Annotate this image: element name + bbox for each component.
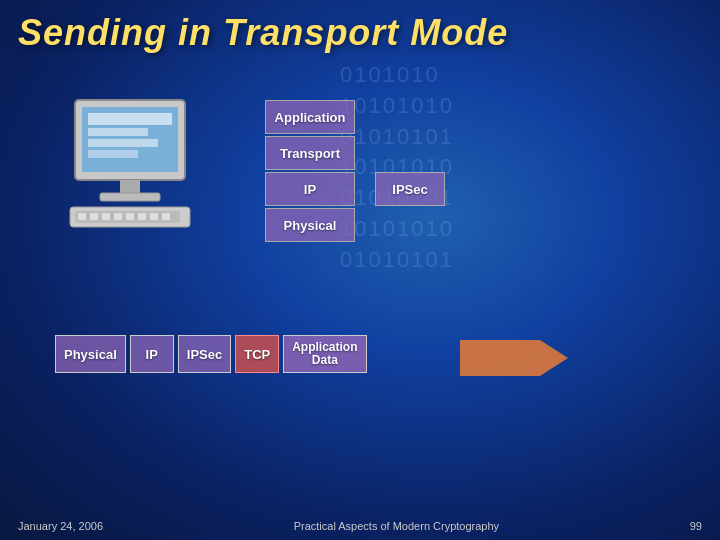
footer-page: 99 — [690, 520, 702, 532]
stack-transport: Transport — [265, 136, 355, 170]
svg-rect-13 — [114, 213, 122, 220]
footer: January 24, 2006 Practical Aspects of Mo… — [18, 520, 702, 532]
svg-rect-4 — [88, 139, 158, 147]
packet-row: Physical IP IPSec TCP Application Data — [55, 335, 367, 373]
packet-physical: Physical — [55, 335, 126, 373]
packet-ipsec: IPSec — [178, 335, 231, 373]
stack-ip: IP — [265, 172, 355, 206]
computer-icon — [60, 95, 215, 235]
svg-rect-2 — [88, 113, 172, 125]
svg-rect-12 — [102, 213, 110, 220]
svg-rect-3 — [88, 128, 148, 136]
svg-rect-10 — [78, 213, 86, 220]
svg-rect-11 — [90, 213, 98, 220]
stack-physical: Physical — [265, 208, 355, 242]
stack-application: Application — [265, 100, 355, 134]
main-content: Sending in Transport Mode — [0, 0, 720, 540]
computer-illustration — [60, 95, 220, 255]
svg-rect-5 — [88, 150, 138, 158]
page-title: Sending in Transport Mode — [18, 12, 508, 54]
svg-rect-17 — [162, 213, 170, 220]
footer-date: January 24, 2006 — [18, 520, 103, 532]
ipsec-side-box: IPSec — [375, 172, 445, 206]
svg-rect-15 — [138, 213, 146, 220]
svg-rect-6 — [120, 180, 140, 194]
app-data-line2: Data — [312, 354, 338, 367]
svg-rect-14 — [126, 213, 134, 220]
arrow-shape — [460, 340, 540, 376]
packet-ip: IP — [130, 335, 174, 373]
footer-title: Practical Aspects of Modern Cryptography — [294, 520, 499, 532]
svg-rect-16 — [150, 213, 158, 220]
packet-tcp: TCP — [235, 335, 279, 373]
protocol-stack: Application Transport IP Physical — [265, 100, 355, 244]
packet-app-data: Application Data — [283, 335, 366, 373]
svg-rect-7 — [100, 193, 160, 201]
